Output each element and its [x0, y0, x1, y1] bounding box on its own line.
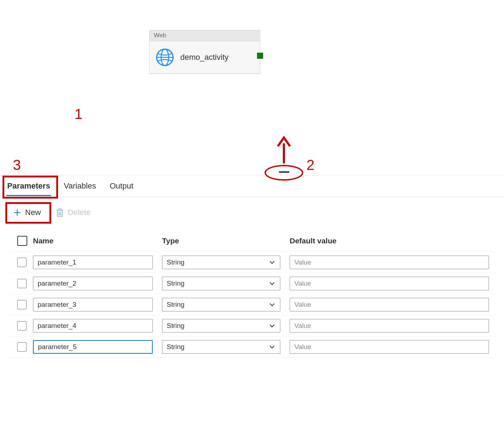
row-checkbox[interactable]: [17, 321, 27, 330]
globe-icon: [156, 48, 174, 66]
chevron-down-icon: [268, 301, 276, 308]
panel-collapse-handle[interactable]: [279, 171, 289, 173]
table-row: String: [9, 294, 495, 315]
param-default-input[interactable]: [290, 277, 489, 290]
param-name-input[interactable]: [33, 298, 153, 311]
chevron-down-icon: [268, 322, 276, 329]
delete-button: Delete: [56, 208, 91, 218]
param-type-value: String: [167, 280, 185, 287]
activity-type-label: Web: [149, 30, 260, 41]
tab-output[interactable]: Output: [109, 178, 134, 195]
activity-body: demo_activity: [149, 41, 260, 73]
param-default-input[interactable]: [290, 319, 489, 333]
row-checkbox[interactable]: [17, 300, 27, 309]
parameters-toolbar: New Delete: [11, 206, 91, 219]
svg-rect-10: [59, 209, 61, 210]
panel-divider: [0, 175, 504, 175]
annotation-number-3: 3: [13, 157, 21, 173]
chevron-down-icon: [268, 343, 276, 351]
chevron-down-icon: [268, 259, 276, 266]
activity-success-handle[interactable]: [257, 53, 263, 59]
select-all-checkbox[interactable]: [17, 236, 27, 246]
table-row: String: [9, 273, 495, 294]
toolbar-separator: [49, 207, 49, 218]
param-name-input[interactable]: [33, 256, 153, 269]
param-name-input[interactable]: [33, 277, 153, 290]
param-type-value: String: [167, 343, 185, 351]
param-name-input[interactable]: [33, 340, 153, 354]
col-header-name: Name: [33, 237, 162, 245]
param-type-select[interactable]: String: [162, 277, 280, 290]
param-type-value: String: [167, 301, 185, 309]
row-checkbox[interactable]: [17, 342, 27, 352]
plus-icon: [13, 208, 22, 217]
param-default-input[interactable]: [290, 256, 489, 269]
param-type-select[interactable]: String: [162, 340, 280, 354]
annotation-arrow-up-icon: [275, 135, 293, 164]
param-type-select[interactable]: String: [162, 319, 280, 333]
parameters-table: Name Type Default value String String: [9, 232, 495, 358]
table-row: String: [9, 315, 495, 336]
param-type-value: String: [167, 258, 185, 266]
delete-button-label: Delete: [68, 208, 91, 217]
param-name-input[interactable]: [33, 319, 153, 333]
chevron-down-icon: [268, 280, 276, 287]
new-button[interactable]: New: [11, 206, 42, 219]
new-button-label: New: [25, 208, 41, 217]
param-default-input[interactable]: [290, 340, 489, 354]
annotation-number-2: 2: [306, 157, 314, 173]
param-type-value: String: [167, 322, 185, 330]
trash-icon: [56, 208, 64, 218]
param-default-input[interactable]: [290, 298, 489, 311]
table-row: String: [9, 252, 495, 273]
pipeline-canvas[interactable]: Web demo_activity: [0, 0, 504, 175]
table-header-row: Name Type Default value: [9, 232, 495, 252]
col-header-default: Default value: [290, 237, 495, 245]
col-header-type: Type: [162, 237, 290, 245]
tab-variables[interactable]: Variables: [63, 178, 97, 195]
annotation-number-1: 1: [75, 106, 82, 122]
activity-name: demo_activity: [180, 53, 229, 62]
param-type-select[interactable]: String: [162, 256, 280, 269]
activity-node-web[interactable]: Web demo_activity: [149, 30, 260, 74]
table-row: String: [9, 336, 495, 358]
param-type-select[interactable]: String: [162, 298, 280, 311]
row-checkbox[interactable]: [17, 279, 27, 288]
panel-tabs: Parameters Variables Output: [0, 178, 504, 197]
row-checkbox[interactable]: [17, 258, 27, 267]
tab-parameters[interactable]: Parameters: [6, 178, 51, 196]
